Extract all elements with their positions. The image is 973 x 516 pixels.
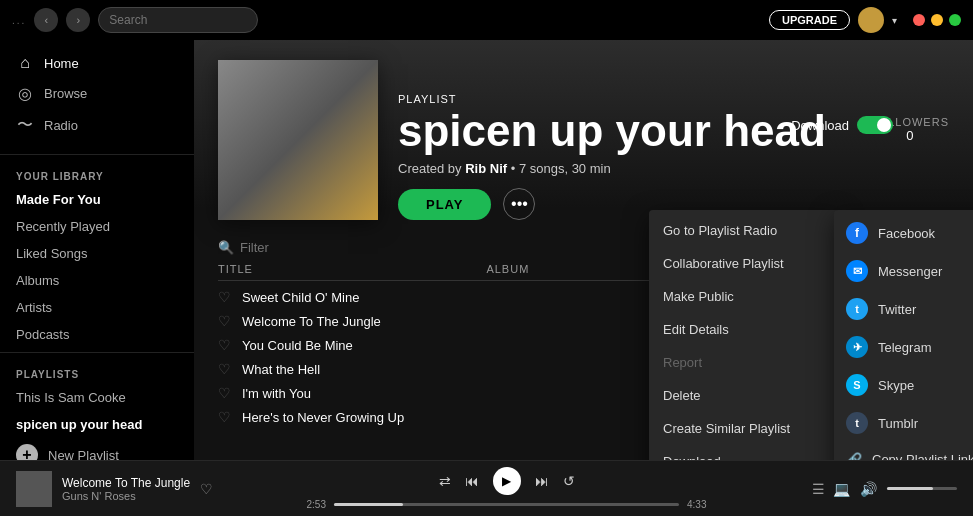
sidebar-item-radio[interactable]: 〜 Radio — [0, 109, 194, 142]
main-layout: ⌂ Home ◎ Browse 〜 Radio YOUR LIBRARY Mad… — [0, 40, 973, 460]
radio-icon: 〜 — [16, 115, 34, 136]
share-tumblr-label: Tumblr — [878, 416, 918, 431]
player-track-details: Welcome To The Jungle Guns N' Roses — [62, 476, 190, 502]
progress-fill — [334, 503, 403, 506]
volume-fill — [887, 487, 933, 490]
window-drag-area: ... — [12, 15, 26, 26]
browse-icon: ◎ — [16, 84, 34, 103]
skype-icon: S — [846, 374, 868, 396]
player-right-controls: ☰ 💻 🔊 — [797, 481, 957, 497]
albums-label: Albums — [16, 273, 59, 288]
sidebar-item-podcasts[interactable]: Podcasts — [0, 321, 194, 348]
new-playlist-item[interactable]: + New Playlist — [0, 438, 194, 460]
link-icon: 🔗 — [846, 452, 862, 461]
share-facebook[interactable]: f Facebook — [834, 214, 973, 252]
progress-track[interactable] — [334, 503, 679, 506]
sidebar-item-home[interactable]: ⌂ Home — [0, 48, 194, 78]
new-playlist-label: New Playlist — [48, 448, 119, 461]
minimize-btn[interactable] — [931, 14, 943, 26]
context-overlay[interactable]: Go to Playlist Radio Collaborative Playl… — [194, 40, 973, 460]
next-button[interactable]: ⏭ — [535, 473, 549, 489]
telegram-icon: ✈ — [846, 336, 868, 358]
queue-button[interactable]: ☰ — [812, 481, 825, 497]
share-telegram[interactable]: ✈ Telegram — [834, 328, 973, 366]
plus-icon: + — [16, 444, 38, 460]
sidebar-item-browse[interactable]: ◎ Browse — [0, 78, 194, 109]
sidebar-item-sam-cooke[interactable]: This Is Sam Cooke — [0, 384, 194, 411]
progress-bar[interactable]: 2:53 4:33 — [307, 499, 707, 510]
player-controls: ⇄ ⏮ ▶ ⏭ ↺ 2:53 4:33 — [228, 467, 785, 510]
close-btn[interactable] — [913, 14, 925, 26]
ctx-delete-label: Delete — [663, 388, 701, 403]
share-skype[interactable]: S Skype — [834, 366, 973, 404]
forward-button[interactable]: › — [66, 8, 90, 32]
prev-button[interactable]: ⏮ — [465, 473, 479, 489]
current-time: 2:53 — [307, 499, 326, 510]
shuffle-button[interactable]: ⇄ — [439, 473, 451, 489]
spicen-label: spicen up your head — [16, 417, 142, 432]
share-telegram-label: Telegram — [878, 340, 931, 355]
ctx-collaborative[interactable]: Collaborative Playlist — [649, 247, 839, 280]
devices-button[interactable]: 💻 — [833, 481, 850, 497]
share-twitter[interactable]: t Twitter — [834, 290, 973, 328]
player-track-name: Welcome To The Jungle — [62, 476, 190, 490]
tumblr-icon: t — [846, 412, 868, 434]
share-submenu: f Facebook ✉ Messenger t Twitter ✈ Teleg… — [834, 210, 973, 460]
play-pause-button[interactable]: ▶ — [493, 467, 521, 495]
bottom-player: Welcome To The Jungle Guns N' Roses ♡ ⇄ … — [0, 460, 973, 516]
ctx-download-label: Download — [663, 454, 721, 460]
top-bar: ... ‹ › UPGRADE ▾ — [0, 0, 973, 40]
player-artist-name: Guns N' Roses — [62, 490, 190, 502]
ctx-go-to-radio[interactable]: Go to Playlist Radio — [649, 214, 839, 247]
volume-bar[interactable] — [887, 487, 957, 490]
podcasts-label: Podcasts — [16, 327, 69, 342]
player-right-icons: ☰ 💻 — [812, 481, 850, 497]
sidebar-nav: ⌂ Home ◎ Browse 〜 Radio — [0, 40, 194, 150]
share-tumblr[interactable]: t Tumblr — [834, 404, 973, 442]
sidebar-item-spicen[interactable]: spicen up your head — [0, 411, 194, 438]
avatar[interactable] — [858, 7, 884, 33]
playlists-section-title: PLAYLISTS — [0, 357, 194, 384]
ctx-make-public-label: Make Public — [663, 289, 734, 304]
repeat-button[interactable]: ↺ — [563, 473, 575, 489]
sidebar-item-made-for-you[interactable]: Made For You — [0, 186, 194, 213]
ctx-create-similar[interactable]: Create Similar Playlist — [649, 412, 839, 445]
ctx-make-public[interactable]: Make Public — [649, 280, 839, 313]
ctx-go-to-radio-label: Go to Playlist Radio — [663, 223, 777, 238]
messenger-icon: ✉ — [846, 260, 868, 282]
twitter-icon: t — [846, 298, 868, 320]
share-copy-link[interactable]: 🔗 Copy Playlist Link ← — [834, 442, 973, 460]
sidebar-item-browse-label: Browse — [44, 86, 87, 101]
sidebar-divider-1 — [0, 154, 194, 155]
total-time: 4:33 — [687, 499, 706, 510]
ctx-edit-details[interactable]: Edit Details — [649, 313, 839, 346]
artists-label: Artists — [16, 300, 52, 315]
content-area: PLAYLIST spicen up your head Created by … — [194, 40, 973, 460]
share-skype-label: Skype — [878, 378, 914, 393]
player-track-info: Welcome To The Jungle Guns N' Roses ♡ — [16, 471, 216, 507]
maximize-btn[interactable] — [949, 14, 961, 26]
share-messenger[interactable]: ✉ Messenger — [834, 252, 973, 290]
ctx-report-label: Report — [663, 355, 702, 370]
upgrade-button[interactable]: UPGRADE — [769, 10, 850, 30]
back-button[interactable]: ‹ — [34, 8, 58, 32]
chevron-down-icon[interactable]: ▾ — [892, 15, 897, 26]
sidebar-item-liked-songs[interactable]: Liked Songs — [0, 240, 194, 267]
sam-cooke-label: This Is Sam Cooke — [16, 390, 126, 405]
player-like-icon[interactable]: ♡ — [200, 481, 213, 497]
ctx-create-similar-label: Create Similar Playlist — [663, 421, 790, 436]
sidebar-item-artists[interactable]: Artists — [0, 294, 194, 321]
library-section-title: YOUR LIBRARY — [0, 159, 194, 186]
ctx-delete[interactable]: Delete — [649, 379, 839, 412]
home-icon: ⌂ — [16, 54, 34, 72]
search-input[interactable] — [98, 7, 258, 33]
sidebar-item-albums[interactable]: Albums — [0, 267, 194, 294]
liked-songs-label: Liked Songs — [16, 246, 88, 261]
sidebar-item-recently-played[interactable]: Recently Played — [0, 213, 194, 240]
ctx-collaborative-label: Collaborative Playlist — [663, 256, 784, 271]
share-facebook-label: Facebook — [878, 226, 935, 241]
ctx-edit-details-label: Edit Details — [663, 322, 729, 337]
ctx-download[interactable]: Download — [649, 445, 839, 460]
player-buttons: ⇄ ⏮ ▶ ⏭ ↺ — [439, 467, 575, 495]
player-track-art — [16, 471, 52, 507]
